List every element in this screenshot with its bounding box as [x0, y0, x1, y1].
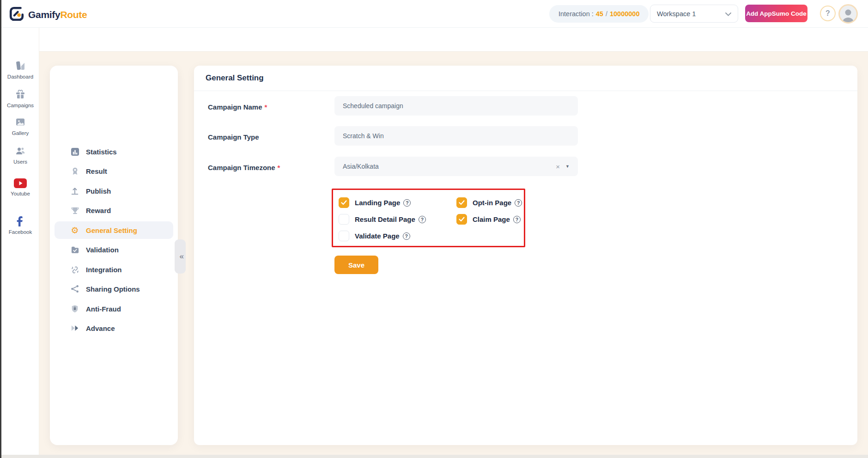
chevron-down-icon [725, 10, 731, 18]
checkbox-icon [339, 231, 349, 241]
collapse-chevrons-icon: « [180, 252, 184, 261]
campaign-timezone-label: Campaign Timezone* [208, 164, 280, 171]
toggle-opt-in-page[interactable]: Opt-in Page ? [456, 197, 522, 208]
top-header: GamifyRoute Interaction : 45 / 10000000 … [1, 0, 868, 28]
checkbox-icon [456, 214, 467, 225]
dashboard-icon [15, 60, 26, 71]
shield-lock-icon [70, 304, 79, 313]
sidebar-item-facebook[interactable]: Facebook [1, 214, 39, 235]
youtube-icon [14, 178, 27, 188]
brand-name: GamifyRoute [28, 9, 87, 20]
menu-item-general-setting[interactable]: ⚙ General Setting [55, 221, 173, 239]
workspace-selected-value: Workspace 1 [657, 10, 696, 18]
brand-logo[interactable]: GamifyRoute [9, 6, 87, 24]
clear-icon[interactable]: × [556, 163, 560, 171]
person-icon [840, 7, 856, 22]
menu-item-integration[interactable]: Integration [55, 261, 173, 278]
menu-item-publish[interactable]: Publish [55, 182, 173, 200]
gear-icon: ⚙ [70, 226, 79, 235]
toggle-landing-page[interactable]: Landing Page ? [339, 197, 411, 208]
checkbox-icon [339, 214, 349, 225]
help-circle-icon: ? [513, 216, 521, 223]
menu-item-result[interactable]: Result [55, 162, 173, 180]
help-circle-icon: ? [515, 199, 522, 207]
workspace-selector[interactable]: Workspace 1 [650, 5, 738, 23]
question-mark-icon: ? [826, 9, 830, 18]
share-icon [70, 284, 79, 293]
campaign-toolbar [39, 28, 868, 52]
interaction-total: 10000000 [610, 10, 640, 18]
help-button[interactable]: ? [820, 6, 836, 21]
image-icon [15, 116, 26, 128]
menu-item-statistics[interactable]: Statistics [55, 143, 173, 160]
campaign-type-label: Campaign Type [208, 133, 259, 141]
campaign-timezone-select[interactable]: Asia/Kolkata × ▼ [334, 157, 578, 176]
help-circle-icon: ? [403, 199, 411, 207]
page-toggles-highlight-box: Landing Page ? Opt-in Page ? Result Deta… [332, 189, 525, 247]
toggle-claim-page[interactable]: Claim Page ? [456, 214, 521, 225]
menu-item-validation[interactable]: Validation [55, 241, 173, 258]
help-circle-icon: ? [403, 232, 410, 240]
medal-icon [70, 166, 79, 176]
user-avatar[interactable] [838, 4, 858, 24]
campaign-name-label: Campaign Name* [208, 103, 267, 111]
folder-check-icon [70, 245, 79, 254]
add-appsumo-code-button[interactable]: Add AppSumo Code [745, 5, 807, 22]
gift-icon [15, 89, 26, 100]
trophy-icon [70, 206, 79, 215]
campaign-menu: Statistics Result Publish Reward ⚙ Gener… [50, 66, 178, 445]
campaign-name-input[interactable]: Scheduled campaign [334, 96, 578, 116]
publish-icon [70, 186, 79, 195]
menu-collapse-handle[interactable]: « [175, 239, 186, 274]
interaction-label: Interaction : [558, 10, 594, 18]
sidebar-item-campaigns[interactable]: Campaigns [1, 89, 39, 108]
checkbox-icon [456, 197, 467, 208]
menu-item-advance[interactable]: Advance [55, 319, 173, 337]
interaction-counter: Interaction : 45 / 10000000 [549, 5, 649, 23]
toggle-result-detail-page[interactable]: Result Detail Page ? [339, 214, 426, 225]
interaction-used: 45 [596, 10, 603, 18]
sidebar-item-dashboard[interactable]: Dashboard [1, 60, 39, 79]
sidebar-item-gallery[interactable]: Gallery [1, 116, 39, 136]
section-divider [194, 91, 857, 91]
link-icon [70, 265, 79, 274]
required-asterisk: * [265, 103, 267, 111]
general-setting-panel: General Setting Campaign Name* Scheduled… [194, 66, 857, 445]
horizontal-scrollbar[interactable] [1, 455, 868, 458]
toggle-validate-page[interactable]: Validate Page ? [339, 231, 410, 241]
menu-item-sharing-options[interactable]: Sharing Options [55, 280, 173, 298]
fast-forward-icon [70, 324, 79, 333]
checkbox-icon [339, 197, 349, 208]
save-button[interactable]: Save [334, 256, 378, 274]
sidebar-item-youtube[interactable]: Youtube [1, 178, 39, 196]
facebook-icon [14, 214, 26, 226]
menu-item-anti-fraud[interactable]: Anti-Fraud [55, 300, 173, 318]
menu-item-reward[interactable]: Reward [55, 202, 173, 219]
caret-down-icon[interactable]: ▼ [565, 164, 570, 169]
app-sidebar: Dashboard Campaigns Gallery Users [1, 28, 39, 458]
sidebar-item-users[interactable]: Users [1, 145, 39, 165]
statistics-icon [70, 147, 79, 156]
brand-logo-icon [9, 6, 24, 24]
required-asterisk: * [278, 164, 280, 171]
campaign-type-input[interactable]: Scratch & Win [334, 126, 578, 146]
users-icon [15, 145, 26, 156]
interaction-separator: / [606, 10, 607, 18]
section-title: General Setting [206, 73, 264, 83]
help-circle-icon: ? [419, 216, 426, 223]
